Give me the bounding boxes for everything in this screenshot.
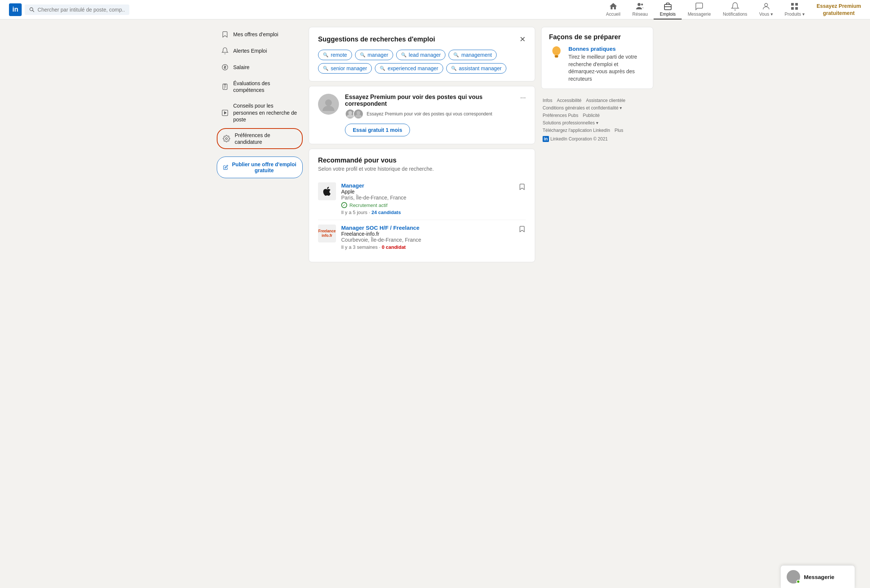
tag-senior-manager[interactable]: 🔍senior manager — [318, 63, 372, 74]
tag-experienced-manager[interactable]: 🔍experienced manager — [375, 63, 443, 74]
message-icon — [695, 2, 704, 11]
svg-rect-7 — [791, 3, 794, 6]
premium-link[interactable]: Essayez Premium gratuitement — [816, 3, 861, 16]
sidebar-item-evaluations[interactable]: Évaluations des compétences — [217, 76, 303, 97]
freelance-logo: Freelanceinfo.fr — [318, 225, 336, 243]
bulb-icon — [549, 46, 564, 61]
linkedin-logo[interactable]: in — [9, 3, 22, 16]
footer-links: Infos Accessibilité Assistance clientèle… — [543, 98, 652, 133]
svg-point-18 — [226, 138, 228, 140]
footer-accessibilite-link[interactable]: Accessibilité — [557, 98, 581, 103]
sidebar-item-mes-offres[interactable]: Mes offres d'emploi — [217, 27, 303, 42]
footer-bottom: in LinkedIn Corporation © 2021 — [543, 136, 652, 142]
premium-title: Essayez Premium pour voir des postes qui… — [345, 94, 520, 107]
job-item-manager-apple: Manager Apple Paris, Île-de-France, Fran… — [318, 178, 526, 220]
premium-banner-card: Essayez Premium pour voir des postes qui… — [309, 86, 535, 144]
network-icon — [636, 2, 645, 11]
sidebar-item-conseils[interactable]: Conseils pour les personnes en recherche… — [217, 98, 303, 127]
nav-produits[interactable]: Produits ▾ — [779, 0, 810, 19]
nav-notifications[interactable]: Notifications — [717, 0, 753, 19]
svg-point-20 — [348, 111, 352, 115]
footer-app-link[interactable]: Téléchargez l'application LinkedIn — [543, 128, 610, 133]
nav-messagerie[interactable]: Messagerie — [682, 0, 717, 19]
svg-rect-24 — [555, 57, 558, 58]
chevron-down-icon-2: ▾ — [596, 120, 598, 125]
grid-icon — [790, 2, 799, 11]
linkedin-footer-logo: in — [543, 136, 549, 142]
clipboard-icon — [221, 83, 229, 91]
footer-assistance-link[interactable]: Assistance clientèle — [586, 98, 625, 103]
publish-job-label: Publier une offre d'emploi gratuite — [232, 161, 296, 173]
bookmark-freelance-job-button[interactable] — [518, 225, 526, 235]
sidebar-conseils-label: Conseils pour les personnes en recherche… — [233, 102, 298, 123]
sidebar-item-preferences[interactable]: Préférences de candidature — [217, 128, 303, 149]
search-tag-icon: 🔍 — [360, 52, 365, 58]
bookmark-outline-icon-2 — [518, 225, 526, 233]
tag-lead-manager[interactable]: 🔍lead manager — [396, 50, 446, 60]
nav-reseau-label: Réseau — [632, 12, 648, 17]
bookmark-apple-job-button[interactable] — [518, 183, 526, 192]
nav-accueil[interactable]: Accueil — [600, 0, 626, 19]
job-meta-apple: Il y a 5 jours · 24 candidats — [341, 210, 513, 215]
job-company-apple: Apple — [341, 189, 513, 195]
tag-manager[interactable]: 🔍manager — [355, 50, 393, 60]
job-location-apple: Paris, Île-de-France, France — [341, 195, 513, 201]
nav-emplois[interactable]: Emplois — [654, 0, 682, 19]
bookmark-icon — [221, 31, 229, 38]
bell-icon — [731, 2, 740, 11]
sidebar-item-alertes-emploi[interactable]: Alertes Emploi — [217, 43, 303, 58]
close-suggestions-button[interactable]: ✕ — [520, 35, 526, 44]
sidebar-salaire-label: Salaire — [233, 64, 250, 71]
footer-prefs-pubs-link[interactable]: Préférences Pubs — [543, 113, 578, 118]
svg-point-3 — [641, 3, 643, 5]
tag-remote[interactable]: 🔍remote — [318, 50, 352, 60]
bonnes-pratiques-label[interactable]: Bonnes pratiques — [568, 46, 645, 52]
svg-point-22 — [552, 46, 560, 55]
facons-card: Façons de se préparer Bonnes pratiques T… — [541, 27, 653, 89]
mini-avatars — [345, 109, 363, 119]
footer-plus-link[interactable]: Plus — [614, 128, 623, 133]
search-tag-icon: 🔍 — [401, 52, 407, 58]
header: in Accueil Réseau Emplois Messagerie — [0, 0, 870, 19]
nav-vous[interactable]: Vous ▾ — [754, 0, 779, 19]
freelance-logo-text: Freelanceinfo.fr — [319, 229, 336, 238]
footer-conditions-link[interactable]: Conditions générales et confidentialité … — [543, 105, 622, 110]
premium-sub-text: Essayez Premium pour voir des postes qui… — [366, 111, 492, 116]
user-icon — [761, 2, 770, 11]
premium-avatar — [318, 94, 339, 115]
search-bar[interactable] — [25, 4, 129, 15]
footer-infos-link[interactable]: Infos — [543, 98, 552, 103]
job-meta-freelance: Il y a 3 semaines · 0 candidat — [341, 244, 513, 250]
premium-more-button[interactable]: ··· — [520, 94, 526, 101]
sidebar-alertes-label: Alertes Emploi — [233, 48, 267, 54]
svg-point-2 — [638, 3, 641, 6]
main-layout: Mes offres d'emploi Alertes Emploi Salai… — [211, 27, 659, 262]
center-content: Suggestions de recherches d'emploi ✕ 🔍re… — [309, 27, 535, 262]
active-recruitment-icon — [341, 202, 347, 208]
job-title-manager[interactable]: Manager — [341, 182, 513, 189]
main-nav: Accueil Réseau Emplois Messagerie Notifi… — [600, 0, 861, 19]
sidebar: Mes offres d'emploi Alertes Emploi Salai… — [217, 27, 303, 178]
tag-management[interactable]: 🔍management — [448, 50, 497, 60]
svg-marker-17 — [224, 111, 226, 114]
sidebar-item-salaire[interactable]: Salaire — [217, 60, 303, 75]
svg-rect-23 — [554, 55, 558, 57]
footer-publicite-link[interactable]: Publicité — [582, 113, 599, 118]
tags-container: 🔍remote 🔍manager 🔍lead manager 🔍manageme… — [318, 50, 526, 74]
publish-job-button[interactable]: Publier une offre d'emploi gratuite — [217, 156, 303, 178]
facons-title: Façons de se préparer — [549, 33, 645, 41]
chevron-down-icon: ▾ — [620, 105, 622, 110]
svg-line-1 — [33, 10, 34, 12]
job-title-soc[interactable]: Manager SOC H/F / Freelance — [341, 225, 513, 231]
search-tag-icon: 🔍 — [323, 52, 328, 58]
search-input[interactable] — [38, 7, 125, 13]
nav-reseau[interactable]: Réseau — [626, 0, 654, 19]
tag-assistant-manager[interactable]: 🔍assistant manager — [446, 63, 507, 74]
footer-solutions-link[interactable]: Solutions professionnelles ▾ — [543, 120, 598, 125]
job-item-soc-freelance: Freelanceinfo.fr Manager SOC H/F / Freel… — [318, 220, 526, 255]
search-tag-icon: 🔍 — [380, 66, 385, 71]
alertes-bell-icon — [221, 47, 229, 55]
job-company-freelance: Freelance-info.fr — [341, 231, 513, 237]
premium-trial-button[interactable]: Essai gratuit 1 mois — [345, 124, 410, 136]
apple-logo — [318, 182, 336, 200]
